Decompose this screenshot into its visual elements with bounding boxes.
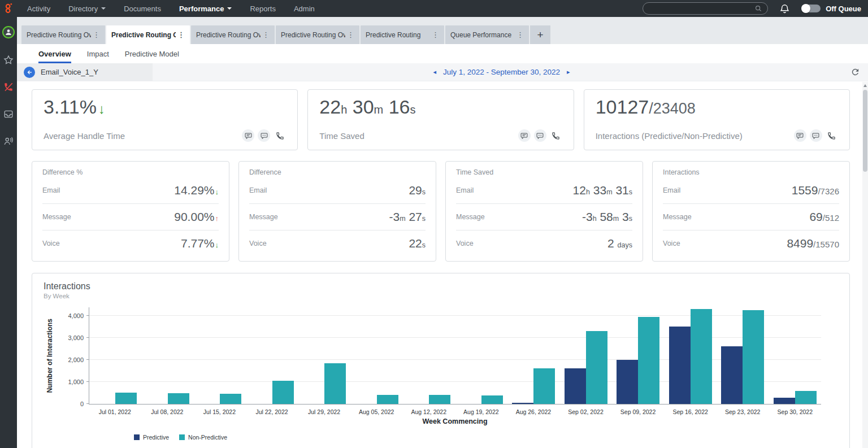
non-predictive-bar <box>533 368 555 404</box>
predictive-bar <box>721 346 743 404</box>
value-segment: 33 <box>590 184 606 197</box>
x-tick-label: Jul 29, 2022 <box>298 408 350 415</box>
non-predictive-bar <box>115 393 137 404</box>
legend-item-predictive[interactable]: Predictive <box>134 434 169 441</box>
trend-down-arrow-icon: ↓ <box>98 101 105 116</box>
value-segment: 1559 <box>792 184 818 197</box>
tab-label: Queue Performance <box>450 31 515 39</box>
add-tab-button[interactable]: + <box>530 25 550 44</box>
tab-menu-icon[interactable]: ⋮ <box>91 31 102 39</box>
global-search[interactable] <box>643 2 768 15</box>
predictive-bar <box>669 327 691 404</box>
bar-group <box>507 307 560 404</box>
message-channel-icon[interactable] <box>258 129 270 142</box>
x-tick-label: Aug 05, 2022 <box>350 408 403 415</box>
metric-label: Voice <box>663 240 680 247</box>
voice-channel-icon[interactable] <box>274 129 286 142</box>
kpi-label: Time Saved <box>319 131 364 141</box>
workspace-tab-4[interactable]: Predictive Routing⋮ <box>361 25 444 44</box>
nav-item-activity[interactable]: Activity <box>27 5 50 13</box>
metric-value: 69/512 <box>809 210 839 224</box>
metric-label: Voice <box>42 240 60 247</box>
nav-item-performance[interactable]: Performance <box>179 5 232 13</box>
email-channel-icon[interactable] <box>794 129 806 142</box>
kpi-label: Interactions (Predictive/Non-Predictive) <box>596 131 743 141</box>
email-channel-icon[interactable] <box>242 129 254 142</box>
non-predictive-bar <box>324 363 346 404</box>
tab-menu-icon[interactable]: ⋮ <box>515 31 526 39</box>
subtab-predictive-model[interactable]: Predictive Model <box>125 44 179 63</box>
value-segment: h <box>341 103 347 116</box>
value-segment: 22 <box>409 237 422 250</box>
queue-status-toggle[interactable] <box>801 5 821 12</box>
metric-value: 1559/7326 <box>792 184 839 197</box>
subtab-impact[interactable]: Impact <box>87 44 109 63</box>
workspace-tab-0[interactable]: Predictive Routing Ove⋮ <box>21 25 105 44</box>
message-channel-icon[interactable] <box>810 129 822 142</box>
nav-item-directory[interactable]: Directory <box>68 5 106 13</box>
sidebar-agents-icon[interactable] <box>3 136 14 147</box>
detail-card-difference-: Difference %Email14.29%↓Message90.00%↑Vo… <box>32 161 229 262</box>
back-button[interactable] <box>24 67 35 78</box>
email-channel-icon[interactable] <box>518 129 531 142</box>
scrollbar-thumb[interactable] <box>863 90 867 172</box>
tab-label: Predictive Routing Ove <box>196 31 261 39</box>
nav-item-admin[interactable]: Admin <box>294 5 315 13</box>
tab-label: Predictive Routing Ove <box>281 31 345 39</box>
x-tick-label: Jul 22, 2022 <box>246 408 298 415</box>
workspace-tab-2[interactable]: Predictive Routing Ove⋮ <box>191 25 275 44</box>
nav-item-reports[interactable]: Reports <box>250 5 276 13</box>
legend-swatch <box>179 434 185 440</box>
non-predictive-bar <box>429 395 450 404</box>
view-subtabs: OverviewImpactPredictive Model <box>17 44 868 63</box>
value-segment: m <box>400 215 405 223</box>
refresh-icon[interactable] <box>850 67 860 77</box>
sidebar-star-icon[interactable] <box>3 54 14 66</box>
value-segment: 3.11% <box>44 96 97 118</box>
value-segment: s <box>629 215 632 223</box>
metric-value: 12h 33m 31s <box>573 184 632 197</box>
trend-down-arrow-icon: ↓ <box>215 241 219 249</box>
chart-subtitle: By Week <box>44 293 838 299</box>
tab-menu-icon[interactable]: ⋮ <box>176 31 186 39</box>
non-predictive-bar <box>743 310 764 404</box>
nav-item-documents[interactable]: Documents <box>124 5 161 13</box>
metric-value: 90.00%↑ <box>174 210 219 224</box>
context-toolbar: Email_Voice_1_Y ◂ July 1, 2022 - Septemb… <box>17 63 868 81</box>
workspace-tab-3[interactable]: Predictive Routing Ove⋮ <box>276 25 359 44</box>
workspace-tab-1[interactable]: Predictive Routing Ov⋮ <box>106 25 190 44</box>
value-segment: /23408 <box>649 100 696 117</box>
non-predictive-bar <box>272 381 294 404</box>
scroll-up-arrow-icon[interactable] <box>863 84 867 87</box>
non-predictive-bar <box>586 331 607 404</box>
kpi-footer: Average Handle Time <box>44 129 286 142</box>
kpi-summary-row: 3.11%↓Average Handle Time22h 30m 16sTime… <box>32 89 850 150</box>
voice-channel-icon[interactable] <box>550 129 562 142</box>
sidebar-phone-slash-icon[interactable] <box>3 81 14 93</box>
prev-period-button[interactable]: ◂ <box>433 68 436 76</box>
message-channel-icon[interactable] <box>534 129 546 142</box>
next-period-button[interactable]: ▸ <box>567 68 570 76</box>
vertical-scrollbar[interactable] <box>862 82 868 448</box>
left-sidebar <box>0 17 17 448</box>
value-segment: m <box>613 215 619 223</box>
legend-item-non-predictive[interactable]: Non-Predictive <box>179 434 227 441</box>
metric-label: Message <box>249 213 278 221</box>
sidebar-inbox-icon[interactable] <box>3 108 14 120</box>
subtab-overview[interactable]: Overview <box>38 44 71 63</box>
x-tick-label: Sep 02, 2022 <box>559 408 612 415</box>
sidebar-avatar-icon[interactable] <box>2 26 15 38</box>
tab-menu-icon[interactable]: ⋮ <box>261 31 271 39</box>
search-input[interactable] <box>648 5 754 12</box>
tab-menu-icon[interactable]: ⋮ <box>430 31 441 39</box>
genesys-logo-icon[interactable] <box>0 0 17 17</box>
nav-item-label: Activity <box>27 5 50 13</box>
value-segment: days <box>618 241 632 249</box>
value-segment: 3 <box>619 210 629 223</box>
kpi-value: 10127/23408 <box>596 97 838 118</box>
workspace-tab-5[interactable]: Queue Performance⋮ <box>445 25 529 44</box>
voice-channel-icon[interactable] <box>826 129 838 142</box>
date-range-label[interactable]: July 1, 2022 - September 30, 2022 <box>443 68 560 76</box>
tab-menu-icon[interactable]: ⋮ <box>345 31 356 39</box>
notifications-bell-icon[interactable] <box>779 3 790 14</box>
